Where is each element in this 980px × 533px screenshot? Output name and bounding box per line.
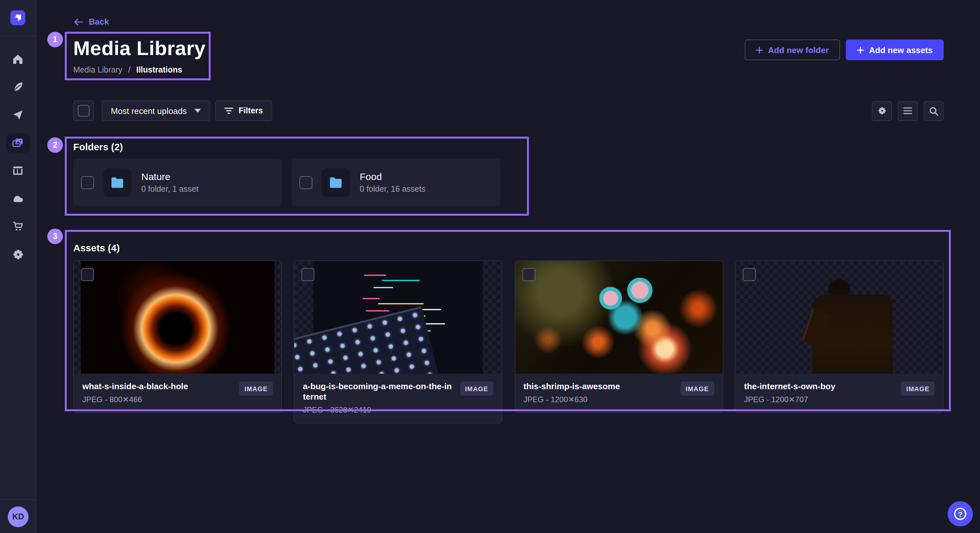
search-icon bbox=[929, 106, 939, 116]
asset-card-internets-own-boy[interactable]: the-internet-s-own-boy JPEG - 1200✕707 I… bbox=[735, 260, 944, 413]
gear-icon bbox=[11, 248, 24, 261]
cloud-icon bbox=[11, 192, 24, 205]
help-button[interactable]: ? bbox=[948, 501, 973, 527]
feather-icon bbox=[12, 81, 24, 93]
home-icon bbox=[12, 53, 24, 65]
add-new-folder-button[interactable]: Add new folder bbox=[745, 40, 840, 60]
sidebar-bottom: KD bbox=[0, 499, 36, 533]
sidebar-item-releases[interactable] bbox=[0, 101, 36, 129]
sidebar-item-content-type-builder[interactable] bbox=[0, 157, 36, 185]
folder-icon bbox=[110, 176, 124, 188]
assets-section-title: Assets (4) bbox=[73, 242, 944, 253]
folder-card-food[interactable]: Food 0 folder, 16 assets bbox=[292, 159, 500, 206]
list-view-button[interactable] bbox=[898, 101, 918, 121]
asset-card-footer: this-shrimp-is-awesome JPEG - 1200✕630 I… bbox=[515, 374, 722, 412]
back-link[interactable]: Back bbox=[73, 17, 109, 27]
folders-list: Nature 0 folder, 1 asset Food 0 folder, … bbox=[73, 159, 944, 206]
header-actions: Add new folder Add new assets bbox=[745, 40, 944, 60]
search-button[interactable] bbox=[924, 101, 944, 121]
breadcrumb: Media Library / Illustrations bbox=[73, 65, 205, 75]
list-icon bbox=[903, 107, 913, 115]
asset-card-black-hole[interactable]: what-s-inside-a-black-hole JPEG - 800✕46… bbox=[73, 260, 282, 413]
plus-icon bbox=[756, 46, 763, 54]
asset-card-footer: the-internet-s-own-boy JPEG - 1200✕707 I… bbox=[736, 374, 943, 412]
paper-plane-icon bbox=[12, 109, 24, 121]
folder-meta: 0 folder, 1 asset bbox=[141, 185, 199, 194]
toolbar: Most recent uploads Filters bbox=[73, 100, 944, 121]
library-portrait-image bbox=[744, 261, 935, 374]
sidebar-item-home[interactable] bbox=[0, 45, 36, 73]
folder-meta: 0 folder, 16 assets bbox=[360, 185, 425, 194]
asset-checkbox[interactable] bbox=[302, 268, 315, 281]
checkbox bbox=[78, 105, 89, 117]
asset-meta: JPEG - 800✕466 bbox=[82, 395, 233, 404]
sidebar-item-cloud[interactable] bbox=[0, 185, 36, 213]
folder-tile bbox=[321, 168, 350, 197]
sidebar-item-settings[interactable] bbox=[0, 240, 36, 268]
laptop-code-image bbox=[314, 261, 483, 374]
media-library-page: KD Back Media Library Media Library / Il… bbox=[0, 0, 980, 533]
assets-grid: what-s-inside-a-black-hole JPEG - 800✕46… bbox=[73, 260, 944, 424]
question-mark-icon: ? bbox=[954, 508, 966, 520]
asset-card-shrimp[interactable]: this-shrimp-is-awesome JPEG - 1200✕630 I… bbox=[514, 260, 723, 413]
page-title: Media Library bbox=[73, 37, 205, 60]
asset-checkbox[interactable] bbox=[522, 268, 535, 281]
asset-type-badge: IMAGE bbox=[681, 381, 714, 396]
asset-card-footer: what-s-inside-a-black-hole JPEG - 800✕46… bbox=[74, 374, 281, 412]
asset-type-badge: IMAGE bbox=[901, 381, 935, 396]
filters-label: Filters bbox=[239, 106, 263, 115]
media-library-icon bbox=[12, 136, 24, 149]
asset-checkbox[interactable] bbox=[81, 268, 94, 281]
asset-thumbnail bbox=[736, 261, 943, 374]
filters-button[interactable]: Filters bbox=[215, 100, 272, 121]
settings-button[interactable] bbox=[872, 101, 892, 121]
breadcrumb-parent[interactable]: Media Library bbox=[73, 65, 122, 75]
asset-type-badge: IMAGE bbox=[239, 381, 273, 396]
asset-card-bug-meme[interactable]: a-bug-is-becoming-a-meme-on-the-internet… bbox=[294, 260, 503, 424]
filter-icon bbox=[224, 107, 233, 115]
asset-name: the-internet-s-own-boy bbox=[744, 381, 894, 392]
folder-checkbox[interactable] bbox=[81, 176, 94, 189]
add-new-assets-label: Add new assets bbox=[869, 45, 933, 55]
folder-checkbox[interactable] bbox=[299, 176, 312, 189]
folder-card-nature[interactable]: Nature 0 folder, 1 asset bbox=[73, 159, 282, 206]
layout-icon bbox=[12, 165, 24, 177]
select-all-checkbox[interactable] bbox=[73, 100, 94, 121]
strapi-logo-icon bbox=[13, 13, 23, 23]
asset-card-footer: a-bug-is-becoming-a-meme-on-the-internet… bbox=[294, 374, 502, 423]
sidebar-item-marketplace[interactable] bbox=[0, 213, 36, 240]
plus-icon bbox=[856, 46, 864, 54]
asset-thumbnail bbox=[294, 261, 502, 374]
add-new-assets-button[interactable]: Add new assets bbox=[845, 40, 944, 60]
folder-icon bbox=[329, 176, 343, 188]
view-controls bbox=[872, 101, 944, 121]
title-block: Media Library Media Library / Illustrati… bbox=[73, 35, 205, 75]
cart-icon bbox=[12, 220, 24, 233]
add-new-folder-label: Add new folder bbox=[768, 45, 829, 55]
user-avatar[interactable]: KD bbox=[8, 506, 29, 527]
folder-name: Nature bbox=[141, 171, 199, 182]
sidebar-divider bbox=[0, 36, 36, 36]
asset-name: a-bug-is-becoming-a-meme-on-the-internet bbox=[303, 381, 453, 402]
folder-tile bbox=[103, 168, 132, 197]
asset-name: this-shrimp-is-awesome bbox=[523, 381, 674, 392]
back-arrow-icon bbox=[73, 17, 84, 26]
folder-info: Food 0 folder, 16 assets bbox=[360, 171, 425, 194]
asset-meta: JPEG - 1200✕707 bbox=[744, 395, 894, 404]
asset-thumbnail bbox=[515, 261, 722, 374]
breadcrumb-current: Illustrations bbox=[136, 65, 182, 75]
sidebar-item-media-library[interactable] bbox=[0, 129, 36, 157]
shrimp-image bbox=[515, 261, 722, 374]
main-content: Back Media Library Media Library / Illus… bbox=[36, 0, 980, 533]
asset-checkbox[interactable] bbox=[743, 268, 756, 281]
asset-meta: JPEG - 3628✕2419 bbox=[303, 405, 453, 414]
asset-name: what-s-inside-a-black-hole bbox=[82, 381, 233, 392]
black-hole-image bbox=[81, 261, 275, 374]
folders-section-title: Folders (2) bbox=[73, 141, 944, 152]
strapi-logo[interactable] bbox=[10, 10, 25, 25]
sort-dropdown[interactable]: Most recent uploads bbox=[102, 100, 210, 121]
sort-dropdown-value: Most recent uploads bbox=[111, 106, 187, 116]
sidebar-bottom-divider bbox=[0, 499, 36, 500]
page-header: Media Library Media Library / Illustrati… bbox=[73, 35, 944, 75]
sidebar-item-content-manager[interactable] bbox=[0, 73, 36, 101]
